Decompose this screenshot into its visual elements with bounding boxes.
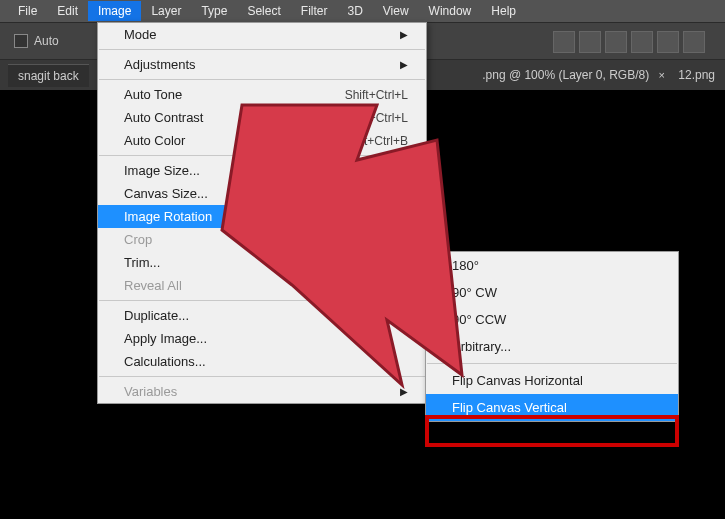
menu-label: Adjustments — [124, 57, 196, 72]
menu-label: Flip Canvas Vertical — [452, 400, 567, 415]
align-icon[interactable] — [605, 31, 627, 53]
tab-title: snagit back — [18, 69, 79, 83]
menu-image[interactable]: Image — [88, 1, 141, 21]
menu-label: Canvas Size... — [124, 186, 208, 201]
menubar: File Edit Image Layer Type Select Filter… — [0, 0, 725, 22]
menu-label: Image Rotation — [124, 209, 212, 224]
menu-separator — [99, 79, 425, 80]
menu-label: Calculations... — [124, 354, 206, 369]
menu-shortcut: Shift+Ctrl+B — [343, 134, 408, 148]
menu-window[interactable]: Window — [419, 1, 482, 21]
menu-label: 180° — [452, 258, 479, 273]
distribute-icon[interactable] — [631, 31, 653, 53]
menu-label: Auto Contrast — [124, 110, 204, 125]
menu-label: Trim... — [124, 255, 160, 270]
submenu-item-90ccw[interactable]: 90° CCW — [426, 306, 678, 333]
menu-3d[interactable]: 3D — [337, 1, 372, 21]
menu-view[interactable]: View — [373, 1, 419, 21]
menu-item-calculations[interactable]: Calculations... — [98, 350, 426, 373]
submenu-item-flip-vertical[interactable]: Flip Canvas Vertical — [426, 394, 678, 421]
menu-item-apply-image[interactable]: Apply Image... — [98, 327, 426, 350]
menu-separator — [99, 300, 425, 301]
menu-label: Reveal All — [124, 278, 182, 293]
menu-item-auto-color[interactable]: Auto Color Shift+Ctrl+B — [98, 129, 426, 152]
menu-type[interactable]: Type — [191, 1, 237, 21]
menu-item-reveal-all: Reveal All — [98, 274, 426, 297]
submenu-item-90cw[interactable]: 90° CW — [426, 279, 678, 306]
menu-select[interactable]: Select — [237, 1, 290, 21]
close-icon[interactable]: × — [659, 69, 665, 81]
menu-label: Image Size... — [124, 163, 200, 178]
submenu-item-arbitrary[interactable]: Arbitrary... — [426, 333, 678, 360]
toolbar-icons — [553, 31, 705, 53]
menu-help[interactable]: Help — [481, 1, 526, 21]
menu-item-duplicate[interactable]: Duplicate... — [98, 304, 426, 327]
menu-layer[interactable]: Layer — [141, 1, 191, 21]
chevron-right-icon: ▶ — [400, 29, 408, 40]
submenu-item-flip-horizontal[interactable]: Flip Canvas Horizontal — [426, 367, 678, 394]
menu-shortcut: Shift+Ctrl+L — [345, 88, 408, 102]
auto-checkbox[interactable] — [14, 34, 28, 48]
menu-shortcut: Alt+Shift+Ctrl+L — [324, 111, 408, 125]
tab-title: 12.png — [678, 68, 715, 82]
menu-item-canvas-size[interactable]: Canvas Size... — [98, 182, 426, 205]
menu-file[interactable]: File — [8, 1, 47, 21]
distribute-icon[interactable] — [657, 31, 679, 53]
align-icon[interactable] — [579, 31, 601, 53]
submenu-item-180[interactable]: 180° — [426, 252, 678, 279]
menu-filter[interactable]: Filter — [291, 1, 338, 21]
menu-edit[interactable]: Edit — [47, 1, 88, 21]
menu-item-crop: Crop — [98, 228, 426, 251]
menu-label: Mode — [124, 27, 157, 42]
menu-separator — [99, 155, 425, 156]
chevron-right-icon: ▶ — [400, 211, 408, 222]
menu-separator — [99, 376, 425, 377]
menu-label: 90° CCW — [452, 312, 506, 327]
menu-label: Apply Image... — [124, 331, 207, 346]
chevron-right-icon: ▶ — [400, 386, 408, 397]
menu-separator — [99, 49, 425, 50]
document-tab[interactable]: snagit back — [8, 64, 89, 87]
menu-label: Duplicate... — [124, 308, 189, 323]
menu-item-adjustments[interactable]: Adjustments ▶ — [98, 53, 426, 76]
distribute-icon[interactable] — [683, 31, 705, 53]
menu-label: Crop — [124, 232, 152, 247]
menu-item-variables: Variables ▶ — [98, 380, 426, 403]
menu-item-trim[interactable]: Trim... — [98, 251, 426, 274]
menu-item-auto-tone[interactable]: Auto Tone Shift+Ctrl+L — [98, 83, 426, 106]
menu-label: Auto Tone — [124, 87, 182, 102]
image-rotation-submenu: 180° 90° CW 90° CCW Arbitrary... Flip Ca… — [425, 251, 679, 422]
menu-item-image-size[interactable]: Image Size... — [98, 159, 426, 182]
menu-item-image-rotation[interactable]: Image Rotation ▶ — [98, 205, 426, 228]
auto-label: Auto — [34, 34, 59, 48]
align-icon[interactable] — [553, 31, 575, 53]
menu-label: Flip Canvas Horizontal — [452, 373, 583, 388]
menu-label: Arbitrary... — [452, 339, 511, 354]
menu-separator — [427, 363, 677, 364]
menu-item-auto-contrast[interactable]: Auto Contrast Alt+Shift+Ctrl+L — [98, 106, 426, 129]
menu-item-mode[interactable]: Mode ▶ — [98, 23, 426, 46]
tab-title: .png @ 100% (Layer 0, RGB/8) — [482, 68, 649, 82]
chevron-right-icon: ▶ — [400, 59, 408, 70]
menu-label: Auto Color — [124, 133, 185, 148]
menu-label: 90° CW — [452, 285, 497, 300]
menu-label: Variables — [124, 384, 177, 399]
image-menu-dropdown: Mode ▶ Adjustments ▶ Auto Tone Shift+Ctr… — [97, 22, 427, 404]
